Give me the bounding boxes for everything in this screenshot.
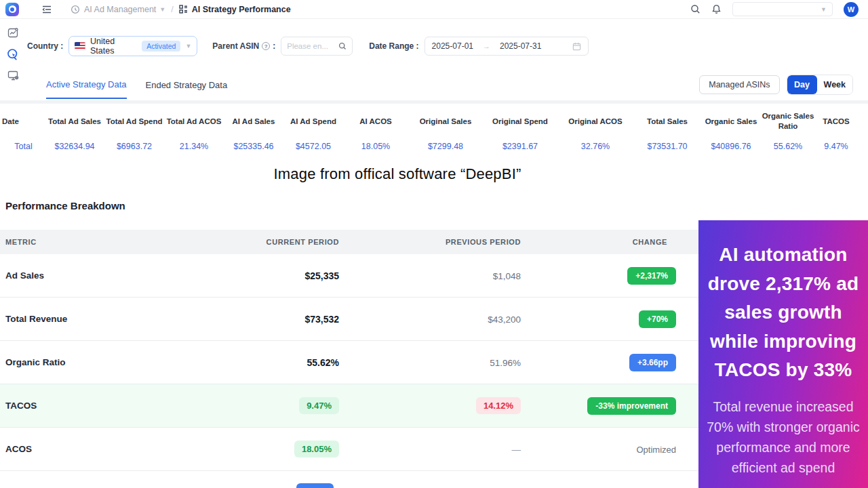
summary-total-cell: 55.62% (761, 142, 815, 151)
change-badge: +2,317% (627, 267, 676, 285)
country-select[interactable]: United States Activated ▼ (68, 36, 197, 56)
summary-total-cell: Total (0, 142, 45, 151)
dashboard-trend-icon[interactable] (7, 27, 19, 39)
notifications-bell-icon[interactable] (711, 4, 722, 14)
top-bar: AI Ad Management ▼ / AI Strategy Perform… (0, 0, 868, 19)
summary-total-cell: $6963.72 (104, 142, 164, 151)
cutoff-badge (296, 483, 334, 488)
previous-value-cell: — (339, 443, 522, 455)
date-end[interactable]: 2025-07-31 (500, 41, 541, 51)
change-badge-cell: Optimized (522, 443, 698, 455)
performance-breakdown-panel: Performance Breakdown METRIC CURRENT PER… (0, 188, 698, 488)
tab-active-strategy-data[interactable]: Active Strategy Data (46, 71, 127, 99)
week-toggle-button[interactable]: Week (817, 75, 852, 94)
summary-total-cell: 9.47% (815, 142, 857, 151)
breadcrumb-separator: / (171, 5, 173, 14)
current-value-cell: $25,335 (180, 270, 339, 282)
breakdown-rows: Ad Sales$25,335$1,048+2,317%Total Revenu… (0, 254, 698, 471)
insight-callout: AI automation drove 2,317% ad sales grow… (698, 220, 868, 488)
col-change: CHANGE (522, 238, 698, 246)
summary-total-cell: 18.05% (343, 142, 408, 151)
metric-name: Total Revenue (0, 314, 180, 324)
breakdown-row: Ad Sales$25,335$1,048+2,317% (0, 254, 698, 298)
summary-col-header: Date (0, 117, 45, 127)
summary-col-header: Total Ad Sales (45, 117, 104, 127)
change-badge: +3.66pp (629, 354, 676, 371)
date-start[interactable]: 2025-07-01 (432, 41, 473, 51)
summary-col-header: Original ACOS (557, 117, 633, 127)
help-icon[interactable]: ? (262, 42, 270, 50)
breadcrumb: AI Ad Management ▼ / AI Strategy Perform… (71, 5, 291, 14)
current-value-cell: $73,532 (180, 313, 339, 325)
logo-ring (9, 5, 16, 13)
summary-col-header: AI Ad Spend (283, 117, 343, 127)
chevron-down-icon: ▼ (821, 6, 827, 13)
tab-ended-strategy-data[interactable]: Ended Strategy Data (146, 72, 228, 98)
summary-total-cell: $7299.48 (408, 142, 483, 151)
activated-badge: Activated (142, 41, 180, 52)
previous-value: $43,200 (488, 314, 521, 325)
summary-table-header: DateTotal Ad SalesTotal Ad SpendTotal Ad… (0, 107, 868, 136)
previous-value: — (512, 445, 521, 455)
current-value-cell: 9.47% (180, 397, 339, 414)
ai-ad-management-icon[interactable] (7, 48, 19, 60)
strategy-grid-icon (179, 5, 188, 14)
breakdown-row: Organic Ratio55.62%51.96%+3.66pp (0, 341, 698, 384)
breakdown-row: TACOS9.47%14.12%-33% improvement (0, 384, 698, 428)
breadcrumb-section[interactable]: AI Ad Management (84, 5, 156, 14)
search-icon[interactable] (338, 42, 347, 50)
filter-bar: Country : United States Activated ▼ Pare… (27, 34, 589, 58)
user-avatar[interactable]: W (844, 2, 859, 17)
panel-title: Performance Breakdown (0, 188, 698, 211)
change-badge-cell: +70% (522, 310, 698, 328)
date-range-picker[interactable]: 2025-07-01 → 2025-07-31 (425, 37, 589, 56)
current-value: 9.47% (299, 397, 339, 414)
day-week-toggle: Day Week (787, 75, 853, 95)
callout-headline: AI automation drove 2,317% ad sales grow… (704, 241, 863, 385)
managed-asins-button[interactable]: Managed ASINs (699, 75, 779, 94)
summary-total-cell: $40896.76 (701, 142, 761, 151)
previous-value: 51.96% (490, 358, 521, 368)
col-previous-period: PREVIOUS PERIOD (339, 238, 522, 246)
summary-total-cell: $25335.46 (224, 142, 283, 151)
chevron-down-icon[interactable]: ▼ (159, 6, 165, 13)
previous-value-cell: 51.96% (339, 357, 522, 369)
change-badge: +70% (639, 310, 676, 328)
change-badge-cell: +2,317% (522, 267, 698, 285)
summary-col-header: Organic Sales (701, 117, 761, 127)
col-current-period: CURRENT PERIOD (180, 238, 339, 246)
deepbi-logo-icon[interactable] (5, 3, 19, 16)
ad-management-icon (71, 5, 80, 14)
us-flag-icon (75, 42, 85, 50)
current-value-cell: 55.62% (180, 357, 339, 369)
chevron-down-icon: ▼ (185, 43, 191, 49)
sidebar-collapse-icon[interactable] (42, 5, 52, 14)
previous-value: $1,048 (493, 271, 521, 281)
summary-col-header: Total Sales (633, 117, 701, 127)
date-range-label: Date Range : (369, 41, 418, 51)
summary-col-header: Original Sales (408, 117, 483, 127)
parent-asin-label: Parent ASIN ? : (212, 41, 275, 51)
day-toggle-button[interactable]: Day (787, 75, 817, 94)
country-label: Country : (27, 41, 63, 51)
parent-asin-input[interactable]: Please en... (281, 37, 353, 56)
summary-table: DateTotal Ad SalesTotal Ad SpendTotal Ad… (0, 107, 868, 157)
summary-table-total-row: Total$32634.94$6963.7221.34%$25335.46$45… (0, 136, 868, 157)
summary-col-header: Original Spend (483, 117, 557, 127)
change-badge-cell: -33% improvement (522, 397, 698, 415)
search-icon[interactable] (690, 4, 701, 14)
date-arrow: → (483, 42, 490, 50)
current-value: 55.62% (307, 357, 339, 368)
current-value-cell: 18.05% (180, 441, 339, 458)
metric-name: TACOS (0, 401, 180, 411)
calendar-icon[interactable] (572, 42, 581, 51)
previous-value-cell: 14.12% (339, 397, 522, 414)
change-badge: -33% improvement (587, 397, 676, 415)
topbar-select[interactable]: ▼ (732, 2, 833, 16)
summary-total-cell: 32.76% (557, 142, 633, 151)
breakdown-row: Total Revenue$73,532$43,200+70% (0, 298, 698, 341)
summary-col-header: AI ACOS (343, 117, 408, 127)
section-divider (0, 100, 868, 104)
summary-total-cell: $4572.05 (283, 142, 343, 151)
breadcrumb-page: AI Strategy Performance (192, 5, 291, 14)
